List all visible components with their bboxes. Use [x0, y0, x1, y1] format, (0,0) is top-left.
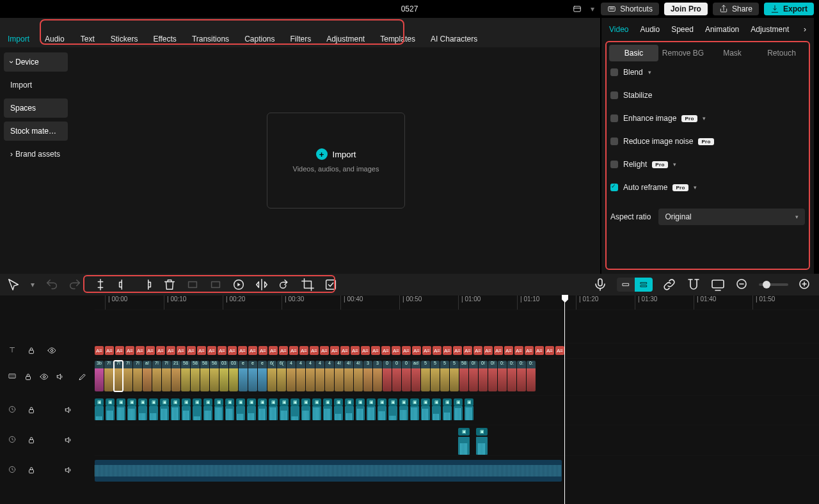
lock-icon[interactable]: [24, 433, 38, 447]
caption-chip[interactable]: A≡: [361, 346, 370, 355]
caption-chip[interactable]: A≡: [320, 346, 329, 355]
fx-marker[interactable]: ▣: [356, 398, 365, 406]
view-mode-a-icon[interactable]: [617, 278, 635, 292]
fx-marker[interactable]: ▣: [214, 398, 223, 406]
video-clip[interactable]: 7!: [133, 361, 142, 391]
fx-marker[interactable]: ▣: [367, 398, 376, 406]
caption-chip[interactable]: A≡: [402, 346, 411, 355]
video-clip[interactable]: 7!: [104, 361, 113, 391]
fx-marker[interactable]: ▣: [95, 398, 104, 406]
fx-marker[interactable]: ▣: [290, 398, 299, 406]
tab-stickers[interactable]: Stickers: [103, 18, 146, 47]
chevron-down-icon[interactable]: ▾: [694, 184, 697, 191]
delete-icon[interactable]: [163, 278, 177, 292]
mute-icon[interactable]: [61, 403, 76, 417]
sidebar-item[interactable]: Brand assets: [4, 145, 68, 164]
tab-filters[interactable]: Filters: [283, 18, 319, 47]
video-clip[interactable]: 3: [373, 361, 382, 391]
video-clip[interactable]: 0:: [527, 361, 536, 391]
fx-marker[interactable]: ▣: [258, 398, 267, 406]
video-clip[interactable]: 4!: [344, 361, 353, 391]
audio-segment[interactable]: [160, 406, 169, 420]
fx-marker[interactable]: ▣: [149, 398, 158, 406]
fx-marker[interactable]: ▣: [160, 398, 169, 406]
inspector-tab-adjustment[interactable]: Adjustment: [751, 25, 789, 34]
track-lane[interactable]: [95, 310, 819, 343]
visibility-icon[interactable]: [45, 343, 59, 358]
lock-icon[interactable]: [23, 370, 33, 384]
caption-chip[interactable]: A≡: [269, 346, 278, 355]
video-clip[interactable]: 0: [383, 361, 392, 391]
mute-icon[interactable]: [61, 433, 76, 447]
audio-clip[interactable]: ▣: [458, 428, 470, 455]
audio-segment[interactable]: [388, 406, 397, 420]
video-clip[interactable]: 7!: [114, 361, 123, 391]
tab-text[interactable]: Text: [72, 18, 103, 47]
caption-chip[interactable]: A≡: [248, 346, 257, 355]
pointer-tool-icon[interactable]: [6, 278, 20, 292]
inspector-row-stabilize[interactable]: Stabilize: [610, 91, 805, 100]
video-clip[interactable]: 5: [431, 361, 440, 391]
caption-chip[interactable]: A≡: [473, 346, 482, 355]
caption-chip[interactable]: A≡: [136, 346, 145, 355]
split-icon[interactable]: [93, 278, 107, 292]
video-clip[interactable]: 0: [392, 361, 401, 391]
chevron-down-icon[interactable]: ▾: [648, 69, 651, 75]
audio-segment[interactable]: [290, 406, 299, 420]
fx-marker[interactable]: ▣: [182, 398, 191, 406]
undo-icon[interactable]: [45, 278, 59, 292]
redo-icon[interactable]: [68, 278, 82, 292]
video-clip[interactable]: 03: [229, 361, 238, 391]
edit-icon[interactable]: [77, 370, 87, 384]
caption-chip[interactable]: A≡: [351, 346, 360, 355]
video-clip[interactable]: 58: [210, 361, 219, 391]
fx-marker[interactable]: ▣: [225, 398, 234, 406]
caption-chip[interactable]: A≡: [535, 346, 544, 355]
caption-chip[interactable]: A≡: [258, 346, 267, 355]
track-lane[interactable]: ▣▣: [95, 425, 819, 455]
fx-marker[interactable]: ▣: [334, 398, 343, 406]
audio-segment[interactable]: [367, 406, 376, 420]
fx-marker[interactable]: ▣: [399, 398, 408, 406]
caption-chip[interactable]: A≡: [218, 346, 227, 355]
video-clip[interactable]: 58: [191, 361, 200, 391]
fx-marker[interactable]: ▣: [312, 398, 321, 406]
video-clip[interactable]: 58: [200, 361, 209, 391]
audio-segment[interactable]: [465, 406, 473, 420]
video-clip[interactable]: 0!: [479, 361, 488, 391]
mic-icon[interactable]: [592, 278, 608, 292]
caption-chip[interactable]: A≡: [443, 346, 452, 355]
fx-marker[interactable]: ▣: [443, 398, 452, 406]
caption-chip[interactable]: A≡: [125, 346, 134, 355]
export-button[interactable]: Export: [764, 3, 814, 15]
lock-icon[interactable]: [24, 343, 38, 358]
audio-segment[interactable]: [334, 406, 343, 420]
tab-captions[interactable]: Captions: [237, 18, 282, 47]
fx-marker[interactable]: ▣: [116, 398, 125, 406]
audio-segment[interactable]: [432, 406, 441, 420]
caption-chip[interactable]: A≡: [197, 346, 206, 355]
caption-chip[interactable]: A≡: [504, 346, 513, 355]
caption-chip[interactable]: A≡: [514, 346, 523, 355]
caption-chip[interactable]: A≡: [289, 346, 298, 355]
video-clip[interactable]: e: [248, 361, 257, 391]
trim-right-icon[interactable]: [139, 278, 154, 292]
checkbox[interactable]: [610, 114, 618, 122]
audio-segment[interactable]: [106, 406, 115, 420]
checkbox[interactable]: [610, 161, 618, 168]
caption-chip[interactable]: A≡: [555, 346, 564, 355]
sidebar-item[interactable]: Device: [4, 52, 68, 72]
audio-segment[interactable]: [127, 406, 136, 420]
smart-tool-icon[interactable]: [324, 278, 338, 292]
track-lane[interactable]: 3b7!7!7!7!a!7!7!21585858580303eee6(6(444…: [95, 358, 819, 395]
audio-segment[interactable]: [378, 406, 386, 420]
caption-chip[interactable]: A≡: [330, 346, 339, 355]
import-dropzone[interactable]: + Import Videos, audios, and images: [267, 113, 405, 209]
fx-marker[interactable]: ▣: [193, 398, 202, 406]
video-clip[interactable]: 4!: [354, 361, 363, 391]
audio-segment[interactable]: [269, 406, 278, 420]
fx-marker[interactable]: ▣: [345, 398, 354, 406]
fx-marker[interactable]: ▣: [388, 398, 397, 406]
view-mode-b-icon[interactable]: [635, 278, 653, 292]
music-clip[interactable]: [95, 460, 562, 482]
